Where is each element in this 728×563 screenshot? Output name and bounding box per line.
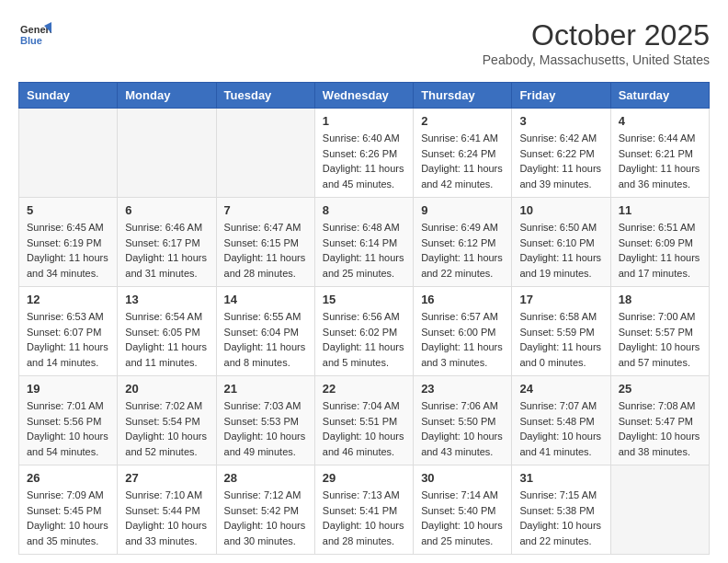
day-info: Sunrise: 6:45 AM Sunset: 6:19 PM Dayligh… [27,220,109,281]
day-number: 19 [27,382,109,396]
calendar-day-cell: 22Sunrise: 7:04 AM Sunset: 5:51 PM Dayli… [314,376,413,465]
day-number: 22 [323,382,405,396]
calendar-day-cell: 23Sunrise: 7:06 AM Sunset: 5:50 PM Dayli… [414,376,512,465]
day-number: 1 [323,114,405,128]
day-info: Sunrise: 7:14 AM Sunset: 5:40 PM Dayligh… [421,488,504,548]
day-info: Sunrise: 7:03 AM Sunset: 5:53 PM Dayligh… [224,398,307,459]
calendar-day-cell: 8Sunrise: 6:48 AM Sunset: 6:14 PM Daylig… [314,198,413,287]
day-number: 26 [27,471,109,485]
day-number: 21 [224,382,307,396]
day-info: Sunrise: 7:10 AM Sunset: 5:44 PM Dayligh… [125,488,208,548]
calendar-day-cell: 12Sunrise: 6:53 AM Sunset: 6:07 PM Dayli… [19,287,118,376]
calendar-week-row: 19Sunrise: 7:01 AM Sunset: 5:56 PM Dayli… [19,376,710,465]
calendar-day-cell: 31Sunrise: 7:15 AM Sunset: 5:38 PM Dayli… [512,465,610,555]
day-info: Sunrise: 6:44 AM Sunset: 6:21 PM Dayligh… [619,131,701,191]
calendar-day-cell [610,465,709,555]
day-number: 17 [519,293,602,306]
calendar-day-cell: 10Sunrise: 6:50 AM Sunset: 6:10 PM Dayli… [512,198,610,287]
calendar-day-cell: 9Sunrise: 6:49 AM Sunset: 6:12 PM Daylig… [414,198,512,287]
calendar-week-row: 5Sunrise: 6:45 AM Sunset: 6:19 PM Daylig… [19,198,710,287]
day-info: Sunrise: 7:04 AM Sunset: 5:51 PM Dayligh… [323,398,405,459]
day-number: 13 [125,293,208,306]
logo: General Blue [18,18,55,52]
day-info: Sunrise: 7:02 AM Sunset: 5:54 PM Dayligh… [125,398,208,459]
day-number: 9 [421,203,504,217]
calendar-day-cell: 27Sunrise: 7:10 AM Sunset: 5:44 PM Dayli… [118,465,216,555]
calendar-day-cell: 1Sunrise: 6:40 AM Sunset: 6:26 PM Daylig… [314,109,413,198]
day-info: Sunrise: 7:00 AM Sunset: 5:57 PM Dayligh… [619,309,701,370]
calendar-week-row: 1Sunrise: 6:40 AM Sunset: 6:26 PM Daylig… [19,109,710,198]
day-number: 20 [125,382,208,396]
day-info: Sunrise: 7:12 AM Sunset: 5:42 PM Dayligh… [224,488,307,548]
day-number: 4 [619,114,701,128]
day-number: 18 [619,293,701,306]
day-info: Sunrise: 6:56 AM Sunset: 6:02 PM Dayligh… [323,309,405,370]
day-info: Sunrise: 6:50 AM Sunset: 6:10 PM Dayligh… [519,220,602,281]
day-info: Sunrise: 6:51 AM Sunset: 6:09 PM Dayligh… [619,220,701,281]
calendar-week-row: 26Sunrise: 7:09 AM Sunset: 5:45 PM Dayli… [19,465,710,555]
calendar-day-cell: 30Sunrise: 7:14 AM Sunset: 5:40 PM Dayli… [414,465,512,555]
day-number: 31 [519,471,602,485]
day-info: Sunrise: 6:48 AM Sunset: 6:14 PM Dayligh… [323,220,405,281]
calendar-header-row: SundayMondayTuesdayWednesdayThursdayFrid… [19,83,710,109]
day-number: 25 [619,382,701,396]
calendar-day-cell [19,109,118,198]
day-info: Sunrise: 7:07 AM Sunset: 5:48 PM Dayligh… [519,398,602,459]
calendar-day-cell: 4Sunrise: 6:44 AM Sunset: 6:21 PM Daylig… [610,109,709,198]
calendar-day-cell: 28Sunrise: 7:12 AM Sunset: 5:42 PM Dayli… [216,465,314,555]
day-number: 16 [421,293,504,306]
day-number: 28 [224,471,307,485]
day-info: Sunrise: 7:06 AM Sunset: 5:50 PM Dayligh… [421,398,504,459]
day-number: 10 [519,203,602,217]
calendar-day-cell: 7Sunrise: 6:47 AM Sunset: 6:15 PM Daylig… [216,198,314,287]
day-info: Sunrise: 7:09 AM Sunset: 5:45 PM Dayligh… [27,488,109,548]
day-info: Sunrise: 6:40 AM Sunset: 6:26 PM Dayligh… [323,131,405,191]
day-info: Sunrise: 7:13 AM Sunset: 5:41 PM Dayligh… [323,488,405,548]
calendar-day-cell: 13Sunrise: 6:54 AM Sunset: 6:05 PM Dayli… [118,287,216,376]
calendar-day-cell: 26Sunrise: 7:09 AM Sunset: 5:45 PM Dayli… [19,465,118,555]
day-number: 30 [421,471,504,485]
day-of-week-header: Saturday [610,83,709,109]
calendar-day-cell: 19Sunrise: 7:01 AM Sunset: 5:56 PM Dayli… [19,376,118,465]
svg-text:Blue: Blue [20,35,42,46]
month-title: October 2025 [483,18,710,52]
calendar-day-cell: 25Sunrise: 7:08 AM Sunset: 5:47 PM Dayli… [610,376,709,465]
day-number: 14 [224,293,307,306]
day-number: 8 [323,203,405,217]
day-info: Sunrise: 7:08 AM Sunset: 5:47 PM Dayligh… [619,398,701,459]
calendar-day-cell [118,109,216,198]
location: Peabody, Massachusetts, United States [483,52,710,67]
page-header: General Blue October 2025 Peabody, Massa… [18,18,710,67]
day-of-week-header: Friday [512,83,610,109]
day-info: Sunrise: 6:54 AM Sunset: 6:05 PM Dayligh… [125,309,208,370]
calendar-day-cell: 15Sunrise: 6:56 AM Sunset: 6:02 PM Dayli… [314,287,413,376]
day-number: 27 [125,471,208,485]
day-number: 7 [224,203,307,217]
day-info: Sunrise: 6:55 AM Sunset: 6:04 PM Dayligh… [224,309,307,370]
calendar-day-cell: 21Sunrise: 7:03 AM Sunset: 5:53 PM Dayli… [216,376,314,465]
day-of-week-header: Tuesday [216,83,314,109]
calendar-day-cell: 3Sunrise: 6:42 AM Sunset: 6:22 PM Daylig… [512,109,610,198]
calendar-day-cell: 11Sunrise: 6:51 AM Sunset: 6:09 PM Dayli… [610,198,709,287]
calendar-table: SundayMondayTuesdayWednesdayThursdayFrid… [18,82,710,555]
day-number: 12 [27,293,109,306]
calendar-day-cell: 2Sunrise: 6:41 AM Sunset: 6:24 PM Daylig… [414,109,512,198]
day-number: 2 [421,114,504,128]
calendar-week-row: 12Sunrise: 6:53 AM Sunset: 6:07 PM Dayli… [19,287,710,376]
calendar-body: 1Sunrise: 6:40 AM Sunset: 6:26 PM Daylig… [19,109,710,555]
calendar-day-cell: 18Sunrise: 7:00 AM Sunset: 5:57 PM Dayli… [610,287,709,376]
day-number: 23 [421,382,504,396]
day-info: Sunrise: 6:57 AM Sunset: 6:00 PM Dayligh… [421,309,504,370]
day-info: Sunrise: 6:47 AM Sunset: 6:15 PM Dayligh… [224,220,307,281]
calendar-day-cell: 14Sunrise: 6:55 AM Sunset: 6:04 PM Dayli… [216,287,314,376]
day-number: 11 [619,203,701,217]
day-of-week-header: Thursday [414,83,512,109]
day-number: 5 [27,203,109,217]
day-of-week-header: Monday [118,83,216,109]
day-info: Sunrise: 7:15 AM Sunset: 5:38 PM Dayligh… [519,488,602,548]
day-number: 24 [519,382,602,396]
logo-icon: General Blue [18,18,51,52]
day-number: 6 [125,203,208,217]
calendar-day-cell: 20Sunrise: 7:02 AM Sunset: 5:54 PM Dayli… [118,376,216,465]
day-number: 15 [323,293,405,306]
